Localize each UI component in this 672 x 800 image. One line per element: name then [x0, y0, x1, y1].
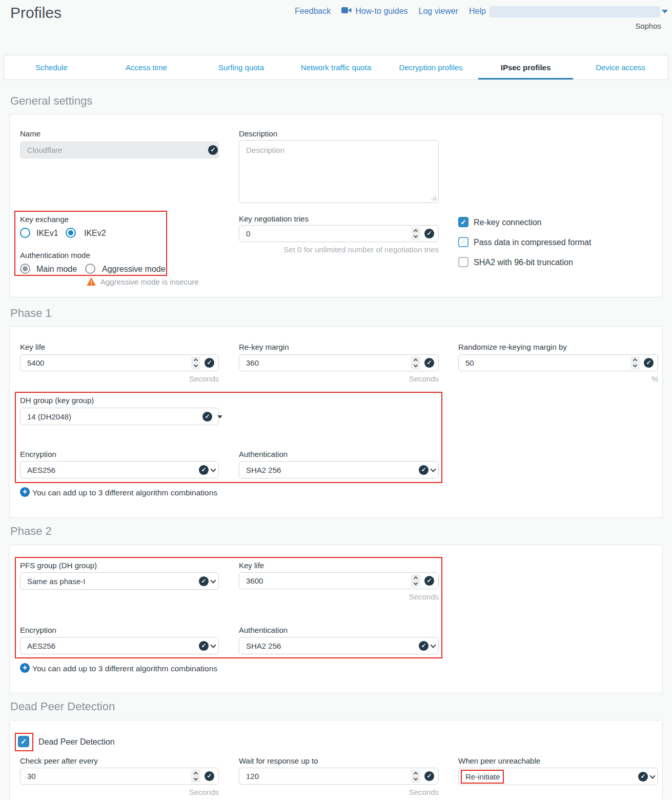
radio-ikev2-label[interactable]: IKEv2 [84, 229, 106, 238]
profile-tabs: Schedule Access time Surfing quota Netwo… [4, 55, 668, 80]
number-stepper[interactable] [191, 356, 200, 369]
radio-aggressive-mode-label[interactable]: Aggressive mode [102, 265, 166, 274]
compressed-format-label[interactable]: Pass data in compressed format [474, 238, 591, 247]
compressed-format-checkbox[interactable]: ✓ [458, 237, 469, 247]
log-viewer-link[interactable]: Log viewer [419, 7, 458, 16]
tab-access-time[interactable]: Access time [99, 55, 194, 79]
general-settings-heading: General settings [10, 94, 92, 108]
p1-rekey-margin-input[interactable] [239, 354, 439, 371]
radio-ikev2[interactable] [66, 228, 76, 238]
tab-surfing-quota[interactable]: Surfing quota [194, 55, 289, 79]
name-label: Name [20, 129, 40, 138]
chevron-down-icon [649, 773, 655, 778]
radio-ikev1-label[interactable]: IKEv1 [36, 229, 58, 238]
key-negotiation-label: Key negotiation tries [239, 214, 309, 223]
chevron-down-icon [210, 577, 216, 583]
dpd-wait-label: Wait for response up to [239, 756, 318, 765]
valid-check-icon: ✓ [199, 465, 209, 475]
key-negotiation-input[interactable] [239, 225, 439, 242]
plus-circle-icon[interactable]: + [20, 487, 30, 497]
active-tab-underline [478, 78, 573, 79]
valid-check-icon: ✓ [638, 772, 648, 782]
valid-check-icon: ✓ [202, 412, 212, 422]
p2-pfs-group-select[interactable]: Same as phase-I ✓ [20, 572, 219, 590]
plus-circle-icon[interactable]: + [20, 663, 30, 673]
p1-randomize-label: Randomize re-keying margin by [458, 343, 567, 351]
p1-authentication-select[interactable]: SHA2 256 ✓ [239, 461, 439, 478]
p1-rekey-margin-unit: Seconds [239, 374, 439, 383]
p1-add-note: You can add up to 3 different algorithm … [32, 488, 217, 497]
p1-key-life-input[interactable] [20, 354, 219, 371]
name-input[interactable] [20, 142, 219, 158]
tab-ipsec-profiles[interactable]: IPsec profiles [478, 55, 573, 79]
p1-randomize-input[interactable] [458, 354, 658, 371]
p2-authentication-select[interactable]: SHA2 256 ✓ [239, 637, 439, 654]
valid-check-icon: ✓ [424, 576, 434, 586]
radio-aggressive-mode[interactable] [85, 264, 95, 274]
ipsec-profiles-page: Profiles Feedback How-to guides Log view… [0, 0, 672, 800]
p1-encryption-label: Encryption [20, 450, 56, 458]
general-settings-panel: Name ✓ Description Key exchange IKEv1 IK… [9, 114, 663, 297]
stepper-down-icon[interactable] [414, 234, 418, 238]
feedback-link[interactable]: Feedback [295, 7, 331, 16]
header-links: Feedback How-to guides Log viewer Help [295, 7, 486, 16]
tab-decryption-profiles[interactable]: Decryption profiles [383, 55, 478, 79]
valid-check-icon: ✓ [424, 229, 434, 238]
dpd-check-peer-input[interactable] [20, 768, 219, 785]
p2-authentication-label: Authentication [239, 626, 288, 634]
warning-icon: ! [86, 277, 96, 288]
chevron-down-icon [430, 466, 436, 472]
number-stepper[interactable] [191, 770, 200, 783]
dpd-wait-input[interactable] [239, 768, 439, 785]
dpd-check-peer-label: Check peer after every [20, 756, 98, 765]
sha2-truncation-label[interactable]: SHA2 with 96-bit truncation [474, 258, 573, 267]
dpd-panel: ✓ Dead Peer Detection Check peer after e… [9, 720, 663, 800]
p1-dh-group-select[interactable]: 14 (DH2048) ✓ [20, 408, 219, 425]
stepper-up-icon[interactable] [414, 229, 418, 233]
phase2-panel: PFS group (DH group) Same as phase-I ✓ K… [9, 545, 663, 693]
account-selector[interactable] [490, 6, 660, 17]
p1-rekey-margin-label: Re-key margin [239, 343, 289, 351]
rekey-connection-label[interactable]: Re-key connection [474, 218, 542, 227]
p1-randomize-unit: % [458, 374, 658, 383]
radio-main-mode[interactable] [20, 264, 30, 274]
dropdown-caret-icon [217, 415, 222, 418]
number-stepper[interactable] [411, 574, 420, 587]
valid-check-icon: ✓ [199, 576, 209, 586]
auth-mode-label: Authentication mode [20, 251, 90, 259]
chevron-down-icon [430, 642, 436, 648]
sha2-truncation-checkbox[interactable] [458, 257, 469, 267]
dpd-enable-checkbox[interactable]: ✓ [18, 736, 29, 747]
key-negotiation-helper: Set 0 for unlimited number of negotiatio… [239, 245, 439, 254]
p2-key-life-input[interactable] [239, 572, 439, 589]
tab-device-access[interactable]: Device access [573, 55, 668, 79]
rekey-connection-checkbox[interactable]: ✓ [458, 217, 469, 227]
video-camera-icon [341, 7, 352, 16]
p2-encryption-select[interactable]: AES256 ✓ [20, 637, 219, 654]
account-dropdown-caret-icon[interactable] [662, 10, 668, 13]
dpd-check-peer-unit: Seconds [20, 788, 219, 796]
description-textarea[interactable] [239, 140, 439, 203]
dpd-wait-unit: Seconds [239, 788, 439, 796]
valid-check-icon: ✓ [424, 358, 434, 368]
help-link[interactable]: Help [469, 7, 486, 16]
valid-check-icon: ✓ [208, 145, 218, 155]
brand-label: Sophos [635, 22, 661, 30]
radio-main-mode-label[interactable]: Main mode [36, 265, 77, 274]
key-exchange-label: Key exchange [20, 215, 69, 224]
number-stepper[interactable] [630, 356, 640, 369]
number-stepper[interactable] [411, 770, 420, 783]
tab-network-traffic-quota[interactable]: Network traffic quota [289, 55, 383, 79]
number-stepper[interactable] [411, 227, 420, 240]
description-label: Description [239, 129, 277, 138]
dpd-heading: Dead Peer Detection [10, 700, 115, 713]
p1-encryption-select[interactable]: AES256 ✓ [20, 461, 219, 478]
number-stepper[interactable] [411, 356, 420, 369]
valid-check-icon: ✓ [419, 641, 429, 651]
radio-ikev1[interactable] [20, 228, 30, 238]
howto-guides-link[interactable]: How-to guides [341, 7, 408, 16]
p2-key-life-label: Key life [239, 561, 264, 570]
dpd-unreachable-select[interactable]: Re-initiate ✓ [458, 768, 658, 785]
dpd-enable-label[interactable]: Dead Peer Detection [38, 737, 115, 747]
tab-schedule[interactable]: Schedule [4, 55, 99, 79]
